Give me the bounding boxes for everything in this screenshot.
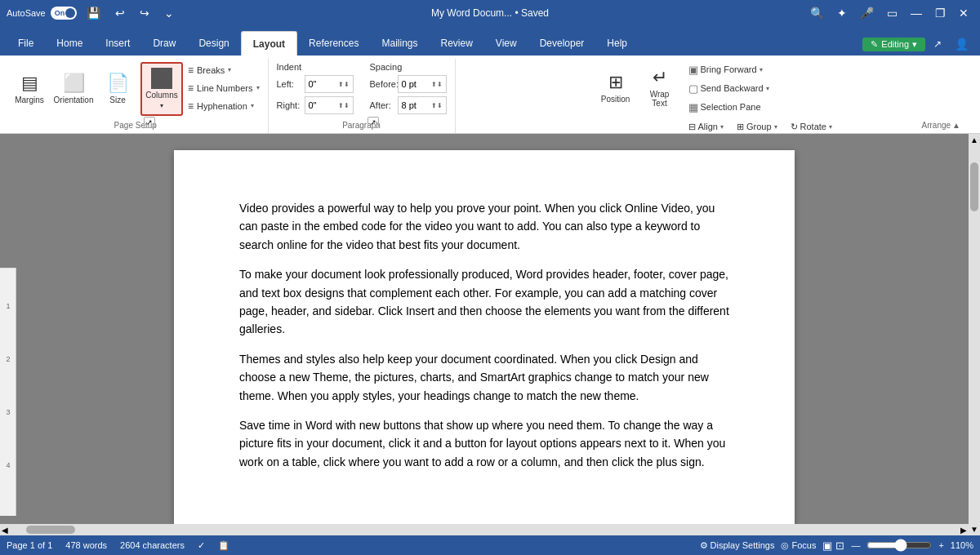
- spacing-after-label: After:: [370, 100, 394, 110]
- share-button[interactable]: ↗: [929, 37, 947, 51]
- scrollbar-up-button[interactable]: ▲: [969, 134, 980, 146]
- group-button[interactable]: ⊞ Group ▾: [732, 118, 782, 135]
- tab-help[interactable]: Help: [595, 31, 639, 56]
- mic-button[interactable]: 🎤: [855, 5, 879, 21]
- spacing-after-row: After: 8 pt ⬆⬇: [370, 96, 447, 114]
- group-arrow: ▾: [774, 123, 777, 131]
- proofing-icon: ✓: [198, 540, 205, 551]
- display-settings-button[interactable]: ⚙ Display Settings: [700, 540, 775, 551]
- tab-insert[interactable]: Insert: [94, 31, 141, 56]
- web-layout-button[interactable]: ⊡: [835, 539, 844, 552]
- selection-pane-icon: ▦: [688, 101, 698, 113]
- page-setup-expand-button[interactable]: ↗: [144, 117, 155, 128]
- spacing-title: Spacing: [370, 62, 447, 72]
- indent-right-input[interactable]: 0" ⬆⬇: [305, 96, 354, 114]
- title-bar-left: AutoSave On 💾 ↩ ↪ ⌄: [7, 5, 324, 21]
- save-button[interactable]: 💾: [82, 5, 105, 21]
- customize-button[interactable]: ⌄: [159, 5, 179, 21]
- tab-mailings[interactable]: Mailings: [370, 31, 429, 56]
- word-count: 478 words: [65, 540, 107, 551]
- wrap-text-button[interactable]: ↵ WrapText: [639, 60, 680, 114]
- bring-forward-arrow: ▾: [760, 66, 763, 73]
- tab-review[interactable]: Review: [429, 31, 483, 56]
- zoom-level: 110%: [951, 540, 973, 550]
- tab-file[interactable]: File: [7, 31, 45, 56]
- arrange-right-section: ▣ Bring Forward ▾ ▢ Send Backward ▾ ▦ Se…: [684, 60, 837, 137]
- spacing-before-spinner[interactable]: ⬆⬇: [431, 81, 443, 88]
- vertical-scrollbar[interactable]: ▲ ▼: [969, 134, 980, 535]
- selection-pane-label: Selection Pane: [701, 102, 761, 112]
- breaks-arrow-icon: ▾: [228, 66, 231, 73]
- scrollbar-down-button[interactable]: ▼: [969, 523, 980, 535]
- spacing-after-input[interactable]: 8 pt ⬆⬇: [398, 96, 447, 114]
- search-button[interactable]: 🔍: [805, 5, 829, 21]
- zoom-slider[interactable]: [866, 539, 932, 552]
- paragraph-expand-button[interactable]: ↗: [368, 117, 379, 128]
- tab-draw[interactable]: Draw: [141, 31, 187, 56]
- spacing-after-spinner[interactable]: ⬆⬇: [431, 102, 443, 109]
- indent-left-input[interactable]: 0" ⬆⬇: [305, 75, 354, 93]
- bring-forward-button[interactable]: ▣ Bring Forward ▾: [684, 60, 837, 78]
- orientation-label: Orientation: [54, 95, 94, 105]
- minimize-button[interactable]: —: [906, 5, 927, 21]
- send-backward-button[interactable]: ▢ Send Backward ▾: [684, 79, 837, 97]
- print-layout-button[interactable]: ▣: [822, 539, 832, 552]
- zoom-in-button[interactable]: +: [938, 540, 943, 550]
- ribbon-content: ▤ Margins ⬜ Orientation 📄 Size Columns ▾…: [0, 56, 980, 134]
- page-setup-group: ▤ Margins ⬜ Orientation 📄 Size Columns ▾…: [3, 59, 269, 133]
- scrollbar-left-button[interactable]: ◀: [0, 524, 10, 536]
- profile-button[interactable]: 👤: [950, 36, 973, 52]
- tab-view[interactable]: View: [484, 31, 528, 56]
- scrollbar-thumb[interactable]: [970, 162, 978, 211]
- margins-button[interactable]: ▤ Margins: [8, 62, 51, 116]
- line-numbers-button[interactable]: ≡ Line Numbers ▾: [185, 80, 263, 96]
- breaks-button[interactable]: ≡ Breaks ▾: [185, 62, 263, 78]
- align-button[interactable]: ⊟ Align ▾: [684, 118, 728, 135]
- undo-button[interactable]: ↩: [110, 5, 130, 21]
- indent-left-spinner[interactable]: ⬆⬇: [338, 81, 350, 88]
- tab-layout[interactable]: Layout: [241, 31, 297, 56]
- paragraph-group: Indent Left: 0" ⬆⬇ Right: 0" ⬆⬇: [269, 59, 456, 133]
- rotate-arrow: ▾: [829, 123, 832, 131]
- editing-button[interactable]: ✎ Editing ▾: [862, 38, 925, 51]
- redo-button[interactable]: ↪: [135, 5, 154, 21]
- hyphenation-button[interactable]: ≡ Hyphenation ▾: [185, 98, 263, 114]
- paragraph-4: Save time in Word with new buttons that …: [239, 416, 729, 471]
- ribbon-display-button[interactable]: ▭: [882, 5, 902, 21]
- rotate-button[interactable]: ↻ Rotate ▾: [786, 118, 837, 135]
- tab-developer[interactable]: Developer: [528, 31, 596, 56]
- document-title: My Word Docum... • Saved: [331, 7, 648, 19]
- copilot-button[interactable]: ✦: [832, 5, 852, 21]
- scrollbar-h-thumb[interactable]: [26, 526, 75, 534]
- restore-button[interactable]: ❐: [930, 5, 951, 21]
- send-backward-arrow: ▾: [766, 85, 769, 92]
- tab-home[interactable]: Home: [45, 31, 94, 56]
- columns-arrow-icon: ▾: [160, 102, 163, 109]
- document-page: Video provides a powerful way to help yo…: [174, 150, 795, 535]
- tab-design[interactable]: Design: [187, 31, 240, 56]
- breaks-label: Breaks: [197, 65, 225, 75]
- view-icons: ▣ ⊡: [822, 539, 844, 552]
- horizontal-scrollbar[interactable]: ◀ ▶: [0, 524, 969, 535]
- document-scroll-area[interactable]: Video provides a powerful way to help yo…: [0, 134, 969, 535]
- scrollbar-right-button[interactable]: ▶: [959, 524, 969, 536]
- spacing-before-input[interactable]: 0 pt ⬆⬇: [398, 75, 447, 93]
- focus-button[interactable]: ◎ Focus: [781, 540, 816, 551]
- position-button[interactable]: ⊞ Position: [595, 60, 636, 114]
- selection-pane-button[interactable]: ▦ Selection Pane: [684, 98, 837, 116]
- autosave-toggle[interactable]: On: [51, 7, 77, 20]
- indent-right-spinner[interactable]: ⬆⬇: [338, 102, 350, 109]
- page-setup-label: Page Setup ↗: [114, 121, 157, 130]
- group-icon: ⊞: [737, 122, 744, 132]
- status-left: Page 1 of 1 478 words 2604 characters ✓ …: [7, 540, 687, 551]
- size-button[interactable]: 📄 Size: [96, 62, 139, 116]
- close-button[interactable]: ✕: [954, 5, 973, 21]
- orientation-button[interactable]: ⬜ Orientation: [52, 62, 95, 116]
- tab-references[interactable]: References: [297, 31, 370, 56]
- group-label: Group: [746, 122, 772, 131]
- size-label: Size: [109, 95, 125, 105]
- arrange-collapse-button[interactable]: ▲: [952, 121, 960, 130]
- wrap-text-icon: ↵: [653, 67, 667, 88]
- zoom-out-button[interactable]: —: [851, 540, 860, 550]
- columns-button[interactable]: Columns ▾: [140, 62, 183, 116]
